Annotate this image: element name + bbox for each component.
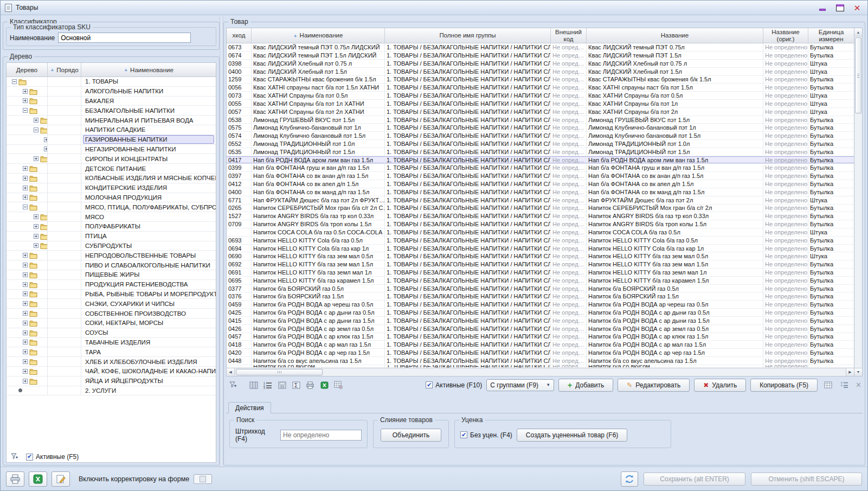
table-row[interactable]: 0420 Напиток б/а РОДН ВОДА с ар чер газ …: [227, 349, 854, 357]
tree-expander-icon[interactable]: [12, 79, 17, 84]
scroll-up-arrow[interactable]: ▲: [854, 28, 862, 36]
edit-form-button[interactable]: [52, 471, 70, 487]
tree-node-name-cell[interactable]: БЕЗАЛКАГОЛЬНЫЕ НАПИТКИ: [81, 106, 216, 115]
tree-expander-icon[interactable]: [44, 137, 48, 142]
table-row[interactable]: 0057 Квас ХАТНИ Спрауны б/а пэт 2л ХАТНИ…: [227, 108, 854, 116]
scroll-right-arrow[interactable]: ▶: [846, 368, 854, 376]
tree-node-row[interactable]: СНЭКИ, СУХАРИКИ И ЧИПСЫ: [7, 299, 216, 309]
table-row[interactable]: 0425 Напиток б/а РОДН ВОДА с ар дыни газ…: [227, 309, 854, 317]
save-button[interactable]: Сохранить (alt ENTER): [644, 473, 745, 486]
groups-mode-dropdown[interactable]: С группами (F9) ▼: [486, 379, 554, 391]
merge-button[interactable]: Объединить: [381, 429, 441, 442]
tree-node-row[interactable]: МЯСО, ПТИЦА, ПОЛУФАБРИКАТЫ, СУБПРОД…: [7, 202, 216, 212]
tree-node-name-cell[interactable]: ДЕТСКОЕ ПИТАНИЕ: [81, 164, 216, 173]
tree-expander-icon[interactable]: [23, 330, 28, 335]
tree-expander-icon[interactable]: [23, 253, 28, 258]
table-row[interactable]: 0398 Квас ЛИДСКИЙ Хлебный пэт 0.75 л 1. …: [227, 60, 854, 68]
tree-node-row[interactable]: ПИЩЕВЫЕ ЖИРЫ: [7, 270, 216, 280]
tree-node-name-cell[interactable]: АЛКОГОЛЬНЫЕ НАПИТКИ: [81, 87, 216, 96]
table-row[interactable]: 1259 Квас СТАРАЖЫТНЫ квас брожения б/к 1…: [227, 76, 854, 84]
tree-expander-icon[interactable]: [23, 321, 28, 326]
tree-node-row[interactable]: СОУСЫ: [7, 328, 216, 338]
tree-expander-icon[interactable]: [23, 369, 28, 374]
tree-node-row[interactable]: АЛКОГОЛЬНЫЕ НАПИТКИ: [7, 87, 216, 97]
add-button[interactable]: + Добавить: [558, 379, 613, 392]
scrollbar-thumb[interactable]: [855, 37, 861, 113]
tree-node-row[interactable]: МИНЕРАЛЬНАЯ И ПИТЬЕВАЯ ВОДА: [7, 116, 216, 125]
numbered-list-icon[interactable]: 123: [262, 380, 274, 391]
tree-node-name-cell[interactable]: НЕПРОДОВОЛЬСТВЕННЫЕ ТОВАРЫ: [81, 251, 216, 260]
classifier-name-input[interactable]: [58, 33, 191, 43]
tree-node-name-cell[interactable]: МЯСО: [81, 212, 216, 221]
tree-node-row[interactable]: СУБПРОДУКТЫ: [7, 241, 216, 251]
tree-column-header[interactable]: Дерево: [7, 63, 48, 76]
tree-node-row[interactable]: ТАБАЧНЫЕ ИЗДЕЛИЯ: [7, 338, 216, 348]
tree-node-name-cell[interactable]: ХЛЕБ И ХЛЕБОБУЛОЧНЫЕ ИЗДЕЛИЯ: [81, 357, 216, 366]
tree-node-row[interactable]: ПТИЦА: [7, 232, 216, 241]
tree-node-name-cell[interactable]: ЧАЙ, КОФЕ, ШОКОЛАДНЫЕ И КАКАО-НАПИТКИ: [81, 367, 216, 376]
barcode-column-header[interactable]: хкод: [227, 28, 252, 43]
copy-button[interactable]: Копировать (F5): [750, 379, 818, 392]
tree-node-row[interactable]: КОЛБАСНЫЕ ИЗДЕЛИЯ И МЯСНЫЕ КОПЧЕНОСТИ: [7, 174, 216, 183]
table-row[interactable]: 0377 Напиток б/а БОЯРСКИЙ газ 0.5л 1. ТО…: [227, 285, 854, 293]
name-column-header[interactable]: ▲ Наименование: [252, 28, 385, 43]
tree-node-name-cell[interactable]: БАКАЛЕЯ: [81, 97, 216, 106]
delete-button[interactable]: ✖ Удалить: [694, 379, 746, 392]
tree-node-row[interactable]: ДЕТСКОЕ ПИТАНИЕ: [7, 164, 216, 174]
tree-expander-icon[interactable]: [23, 108, 28, 113]
table-row[interactable]: 0535 Лимонад ТРАДИЦИОННЫЙ пэт 1.5л 1. ТО…: [227, 148, 854, 156]
tree-expander-icon[interactable]: [34, 214, 38, 219]
no-markdown-checkbox[interactable]: Без уцен. (F4): [460, 431, 512, 439]
ext-code-column-header[interactable]: Внешний код: [551, 28, 587, 43]
vertical-scrollbar[interactable]: ▲ ▼: [854, 28, 863, 377]
table-row[interactable]: 0575 Лимонад Клубнично-банановый пэт 1л …: [227, 124, 854, 132]
columns-icon[interactable]: [248, 380, 260, 391]
table-row[interactable]: 0055 Квас ХАТНИ Спрауны б/а пэт 1л ХАТНИ…: [227, 100, 854, 108]
tree-expander-icon[interactable]: [23, 301, 28, 306]
tree-node-name-cell[interactable]: МЯСО, ПТИЦА, ПОЛУФАБРИКАТЫ, СУБПРОД…: [81, 202, 216, 212]
tree-node-row[interactable]: ЯЙЦА И ЯЙЦЕПРОДУКТЫ: [7, 377, 216, 386]
tree-node-row[interactable]: БЕЗАЛКАГОЛЬНЫЕ НАПИТКИ: [7, 106, 216, 116]
tree-node-row[interactable]: МЯСО: [7, 212, 216, 222]
unit-column-header[interactable]: Единица измерен: [808, 28, 854, 43]
tree-expander-icon[interactable]: [23, 359, 28, 364]
tree-node-row[interactable]: СОБСТВЕННОЕ ПРОИЗВОДСТВО: [7, 309, 216, 318]
tree-node-name-cell[interactable]: ПОЛУФАБРИКАТЫ: [81, 222, 216, 231]
table-row[interactable]: 0674 Квас ЛИДСКИЙ темный ПЭТ 1.5л ЛИДСКИ…: [227, 52, 854, 60]
list-view-icon[interactable]: [838, 380, 850, 391]
table-row[interactable]: 0265 Напиток СЕРЕБРИСТЫЙ Мох гран б/а с/…: [227, 205, 854, 213]
tree-node-row[interactable]: НЕПРОДОВОЛЬСТВЕННЫЕ ТОВАРЫ: [7, 251, 216, 260]
tree-expander-icon[interactable]: [23, 98, 28, 103]
refresh-icon[interactable]: [621, 471, 638, 487]
create-markdown-button[interactable]: Создать уцененный товар (F6): [517, 429, 628, 442]
table-row[interactable]: 0400 Квас ЛИДСКИЙ Хлебный пэт 1.5л 1. ТО…: [227, 68, 854, 76]
tree-node-row[interactable]: СИРОПЫ И КОНЦЕНТРАТЫ: [7, 154, 216, 164]
tree-node-row[interactable]: БАКАЛЕЯ: [7, 97, 216, 106]
tree-node-name-cell[interactable]: СОКИ, НЕКТАРЫ, МОРСЫ: [81, 318, 216, 328]
calculator-icon[interactable]: [276, 380, 288, 391]
tree-expander-icon[interactable]: [23, 340, 28, 345]
tree-node-row[interactable]: НАПИТКИ СЛАДКИЕ: [7, 125, 216, 135]
tree-node-name-cell[interactable]: ТАБАЧНЫЕ ИЗДЕЛИЯ: [81, 338, 216, 347]
tree-node-name-cell[interactable]: ГАЗИРОВАННЫЕ НАПИТКИ: [81, 135, 216, 144]
horizontal-scrollbar[interactable]: ◀ ▶: [227, 368, 854, 376]
tree-node-name-cell[interactable]: ПИЩЕВЫЕ ЖИРЫ: [81, 270, 216, 279]
tree-node-name-cell[interactable]: СИРОПЫ И КОНЦЕНТРАТЫ: [81, 154, 216, 163]
print-button[interactable]: [6, 471, 24, 487]
edit-button[interactable]: ✎ Редактировать: [618, 379, 690, 392]
table-row[interactable]: 0538 Лимонад ГРУШЕВЫЙ ВКУС пэт 1.5л 1. Т…: [227, 116, 854, 124]
table-view-icon[interactable]: [822, 380, 834, 391]
tree-expander-icon[interactable]: [23, 263, 28, 267]
maximize-button[interactable]: [834, 3, 846, 12]
table-row[interactable]: 0412 Нап б/а ФОНТАНА со вк апел д/п 1.5л…: [227, 180, 854, 188]
tree-node-name-cell[interactable]: МИНЕРАЛЬНАЯ И ПИТЬЕВАЯ ВОДА: [81, 116, 216, 125]
tree-node-name-cell[interactable]: ЯЙЦА И ЯЙЦЕПРОДУКТЫ: [81, 377, 216, 386]
tree-node-row[interactable]: РЫБА, РЫБНЫЕ ТОВАРЫ И МОРЕПРОДУКТЫ: [7, 290, 216, 299]
print-icon[interactable]: [304, 380, 316, 391]
table-row[interactable]: 0415 Напиток б/а РОДН ВОДА с ар дыни газ…: [227, 317, 854, 325]
tree-expander-icon[interactable]: [23, 89, 28, 94]
tree-node-row[interactable]: 1. ТОВАРЫ: [7, 77, 216, 87]
close-button[interactable]: ✕: [851, 3, 863, 12]
tree-node-row[interactable]: ГАЗИРОВАННЫЕ НАПИТКИ: [7, 135, 216, 145]
tree-node-name-cell[interactable]: МОЛОЧНАЯ ПРОДУКЦИЯ: [81, 193, 216, 202]
